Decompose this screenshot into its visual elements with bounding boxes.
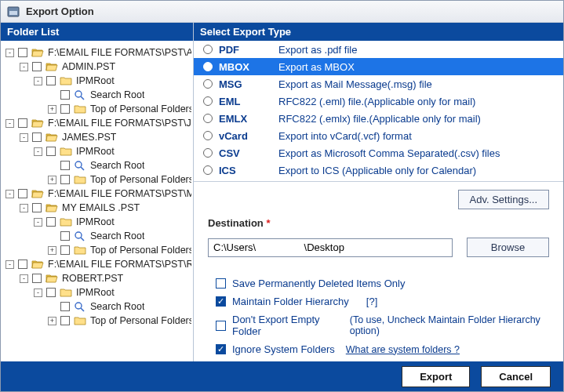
expand-toggle[interactable]: - [5, 119, 14, 128]
label-no-empty: Don't Export Empty Folder [232, 314, 339, 337]
expand-toggle[interactable]: - [5, 49, 14, 57]
export-option-pdf[interactable]: PDFExport as .pdf file [194, 41, 563, 58]
expand-toggle[interactable]: - [34, 77, 42, 85]
expand-toggle[interactable]: - [20, 63, 28, 71]
export-option-emlx[interactable]: EMLXRFC822 (.emlx) file.(Applicable only… [194, 110, 563, 127]
browse-button[interactable]: Browse [467, 238, 549, 257]
checkbox-no-empty[interactable] [216, 321, 226, 331]
opt-no-empty[interactable]: Don't Export Empty Folder (To use, Unche… [216, 314, 549, 337]
tree-row[interactable]: -F:\EMAIL FILE FORMATS\PST\ADM [2, 45, 191, 60]
adv-settings-button[interactable]: Adv. Settings... [458, 190, 549, 209]
expand-toggle[interactable]: - [5, 190, 14, 198]
export-option-msg[interactable]: MSGExport as Mail Message(.msg) file [194, 75, 563, 93]
tree-checkbox[interactable] [60, 316, 70, 325]
checkbox-maintain-hierarchy[interactable] [216, 296, 226, 307]
opt-save-deleted[interactable]: Save Permanently Deleted Items Only [216, 278, 549, 289]
radio-emlx[interactable] [203, 114, 213, 123]
opt-maintain-hierarchy[interactable]: Maintain Folder Hierarchy [?] [216, 296, 549, 307]
radio-msg[interactable] [203, 79, 213, 89]
tree-checkbox[interactable] [46, 217, 56, 227]
expand-toggle[interactable]: + [48, 176, 56, 184]
tree-checkbox[interactable] [18, 48, 27, 57]
tree-checkbox[interactable] [60, 302, 70, 311]
expand-toggle[interactable]: - [20, 274, 28, 283]
tree-row[interactable]: +Top of Personal Folders [2, 102, 191, 116]
tree-row[interactable]: -JAMES.PST [2, 130, 191, 144]
folder-list-header: Folder List [1, 23, 193, 41]
export-button[interactable]: Export [402, 366, 470, 387]
main-panels: Folder List -F:\EMAIL FILE FORMATS\PST\A… [1, 23, 563, 361]
tree-label: MY EMAILS .PST [62, 202, 140, 213]
tree-checkbox[interactable] [60, 245, 70, 255]
tree-checkbox[interactable] [60, 161, 70, 170]
tree-checkbox[interactable] [32, 203, 42, 212]
tree-row[interactable]: +Top of Personal Folders [2, 243, 191, 257]
hint-ignore-sys[interactable]: What are system folders ? [346, 344, 460, 355]
expand-toggle[interactable]: + [48, 105, 56, 114]
tree-checkbox[interactable] [18, 118, 27, 128]
export-options: Save Permanently Deleted Items Only Main… [194, 260, 563, 361]
tree-checkbox[interactable] [60, 175, 70, 184]
tree-row[interactable]: -IPMRoot [2, 74, 191, 88]
folder-tree[interactable]: -F:\EMAIL FILE FORMATS\PST\ADM-ADMIN.PST… [1, 41, 193, 361]
tree-row[interactable]: -F:\EMAIL FILE FORMATS\PST\JAME [2, 116, 191, 130]
folder-open-icon [31, 259, 44, 270]
tree-checkbox[interactable] [32, 62, 42, 71]
tree-checkbox[interactable] [32, 274, 42, 283]
checkbox-save-deleted[interactable] [216, 278, 226, 289]
tree-row[interactable]: -IPMRoot [2, 144, 191, 158]
export-type-list[interactable]: PDFExport as .pdf fileMBOXExport as MBOX… [194, 41, 563, 182]
tree-row[interactable]: -F:\EMAIL FILE FORMATS\PST\MY E [2, 187, 191, 201]
tree-checkbox[interactable] [18, 260, 27, 269]
tree-row[interactable]: Search Root [2, 299, 191, 314]
radio-mbox[interactable] [203, 62, 213, 71]
tree-row[interactable]: -MY EMAILS .PST [2, 201, 191, 215]
export-option-ics[interactable]: ICSExport to ICS (Applicable only for Ca… [194, 162, 563, 179]
tree-row[interactable]: +Top of Personal Folders [2, 172, 191, 187]
export-option-csv[interactable]: CSVExport as Microsoft Comma Separated(.… [194, 144, 563, 162]
radio-pdf[interactable] [203, 45, 213, 54]
cancel-button[interactable]: Cancel [481, 366, 551, 387]
tree-checkbox[interactable] [18, 189, 27, 198]
expand-toggle[interactable]: + [48, 317, 56, 325]
expand-toggle[interactable]: + [48, 246, 56, 255]
export-option-eml[interactable]: EMLRFC822 (.eml) file.(Applicable only f… [194, 93, 563, 110]
tree-checkbox[interactable] [46, 288, 56, 297]
tree-checkbox[interactable] [60, 231, 70, 241]
folder-icon [60, 287, 72, 298]
destination-input[interactable] [208, 238, 453, 257]
tree-checkbox[interactable] [60, 104, 70, 114]
checkbox-ignore-sys[interactable] [216, 344, 226, 354]
export-option-vcard[interactable]: vCardExport into vCard(.vcf) format [194, 127, 563, 144]
tree-label: Search Root [90, 160, 144, 171]
tree-row[interactable]: +Top of Personal Folders [2, 314, 191, 328]
expand-toggle[interactable]: - [34, 147, 42, 156]
expand-toggle[interactable]: - [20, 133, 28, 142]
expand-toggle[interactable]: - [20, 204, 28, 212]
tree-row[interactable]: Search Root [2, 229, 191, 243]
tree-row[interactable]: -ADMIN.PST [2, 60, 191, 74]
help-maintain-hierarchy[interactable]: [?] [366, 296, 377, 307]
expand-toggle[interactable]: - [5, 260, 14, 269]
tree-row[interactable]: -IPMRoot [2, 285, 191, 299]
opt-ignore-sys[interactable]: Ignore System Folders What are system fo… [216, 343, 549, 355]
tree-row[interactable]: Search Root [2, 158, 191, 172]
tree-row[interactable]: Search Root [2, 88, 191, 102]
tree-row[interactable]: -ROBERT.PST [2, 271, 191, 285]
radio-csv[interactable] [203, 148, 213, 158]
destination-area: Destination * Browse [194, 212, 563, 260]
radio-ics[interactable] [203, 165, 213, 175]
export-option-mbox[interactable]: MBOXExport as MBOX [194, 58, 563, 75]
tree-checkbox[interactable] [46, 76, 56, 85]
tree-checkbox[interactable] [46, 147, 56, 156]
radio-eml[interactable] [203, 96, 213, 106]
tree-checkbox[interactable] [32, 132, 42, 142]
tree-row[interactable]: -IPMRoot [2, 215, 191, 229]
expand-toggle[interactable]: - [34, 218, 42, 227]
tree-row[interactable]: -F:\EMAIL FILE FORMATS\PST\ROBE [2, 257, 191, 271]
tree-checkbox[interactable] [60, 90, 70, 100]
svg-point-4 [75, 162, 82, 168]
radio-vcard[interactable] [203, 131, 213, 140]
hint-no-empty: (To use, Uncheck Maintain Folder Hierarc… [350, 314, 549, 336]
expand-toggle[interactable]: - [34, 289, 42, 297]
